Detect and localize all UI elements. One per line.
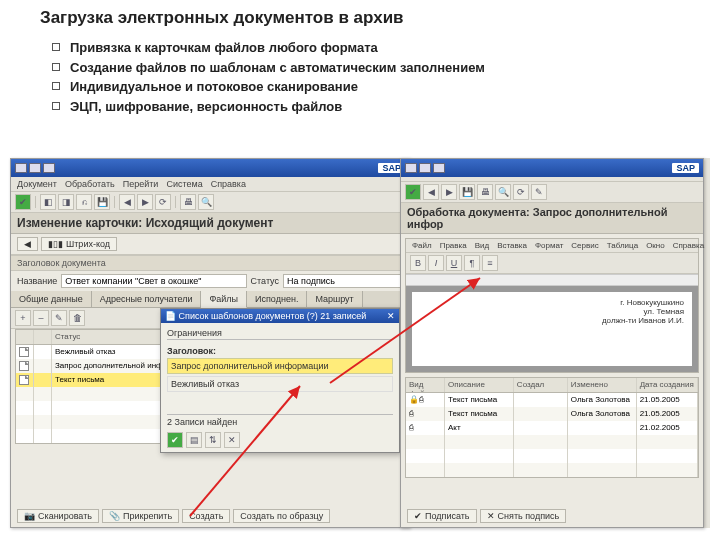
tool-icon[interactable]: ▶ <box>137 194 153 210</box>
sign-button[interactable]: ✔ Подписать <box>407 509 477 523</box>
ruler <box>406 274 698 286</box>
name-label: Название <box>17 276 57 286</box>
tool-icon[interactable]: ◀ <box>119 194 135 210</box>
grid-tool-icon[interactable]: + <box>15 310 31 326</box>
grid-tool-icon[interactable]: 🗑 <box>69 310 85 326</box>
tool-icon[interactable]: ✎ <box>531 184 547 200</box>
popup-row[interactable]: Вежливый отказ <box>167 376 393 392</box>
editor-menubar[interactable]: ФайлПравка ВидВставка ФорматСервис Табли… <box>406 239 698 253</box>
ed-tool-icon[interactable]: U <box>446 255 462 271</box>
tab-files[interactable]: Файлы <box>201 291 247 308</box>
ed-tool-icon[interactable]: ≡ <box>482 255 498 271</box>
menu-item[interactable]: Справка <box>211 179 246 189</box>
scan-button[interactable]: 📷 Сканировать <box>17 509 99 523</box>
table-row[interactable]: 🔒⎙ Текст письма Ольга Золотова 21.05.200… <box>406 393 698 407</box>
tool-icon[interactable]: 🖶 <box>477 184 493 200</box>
grid-tool-icon[interactable]: ✎ <box>51 310 67 326</box>
tool-icon[interactable]: 🔍 <box>198 194 214 210</box>
menu-item[interactable]: Обработать <box>65 179 115 189</box>
tool-green-icon[interactable]: ✔ <box>15 194 31 210</box>
popup-title: 📄 Список шаблонов документов (?) 21 запи… <box>165 311 366 321</box>
tool-icon[interactable]: 🖶 <box>180 194 196 210</box>
workspace: SAP Документ Обработать Перейти Система … <box>10 158 710 528</box>
ed-tool-icon[interactable]: ¶ <box>464 255 480 271</box>
tool-icon[interactable]: 🔍 <box>495 184 511 200</box>
ok-icon[interactable]: ✔ <box>167 432 183 448</box>
sap-logo-icon: SAP <box>672 163 699 173</box>
filter-icon[interactable]: ▤ <box>186 432 202 448</box>
tool-icon[interactable]: ⟳ <box>155 194 171 210</box>
bullet: ЭЦП, шифрование, версионность файлов <box>70 99 342 114</box>
tabs: Общие данные Адресные получатели Файлы И… <box>11 291 409 308</box>
window-controls[interactable] <box>405 163 445 173</box>
table-row[interactable]: ⎙ Текст письма Ольга Золотова 21.05.2005 <box>406 407 698 421</box>
tool-icon[interactable]: ▶ <box>441 184 457 200</box>
create-by-template-button[interactable]: Создать по образцу <box>233 509 330 523</box>
unsign-button[interactable]: ✕ Снять подпись <box>480 509 567 523</box>
menu-item[interactable]: Документ <box>17 179 57 189</box>
tool-icon[interactable]: 💾 <box>459 184 475 200</box>
tab-exec[interactable]: Исподнен. <box>247 291 307 307</box>
cancel-icon[interactable]: ✕ <box>224 432 240 448</box>
ed-tool-icon[interactable]: I <box>428 255 444 271</box>
name-input[interactable] <box>61 274 246 288</box>
versions-grid[interactable]: Вид файла Описание Создал Изменено Дата … <box>405 377 699 478</box>
status-input[interactable] <box>283 274 403 288</box>
tool-icon[interactable]: ◨ <box>58 194 74 210</box>
bullet: Создание файлов по шаблонам с автоматиче… <box>70 60 485 75</box>
group-header: Заголовок документа <box>11 255 409 271</box>
tool-icon[interactable]: 💾 <box>94 194 110 210</box>
barcode-button[interactable]: ▮▯▮ Штрих-код <box>41 237 117 251</box>
toolbar: ✔ ◧ ◨ ⎌ 💾 ◀ ▶ ⟳ 🖶 🔍 <box>11 192 409 213</box>
status-label: Статус <box>251 276 279 286</box>
bullet: Индивидуальное и потоковое сканирование <box>70 79 358 94</box>
doc-icon <box>19 347 29 357</box>
tool-green-icon[interactable]: ✔ <box>405 184 421 200</box>
tab-general[interactable]: Общие данные <box>11 291 92 307</box>
popup-records: 2 Записи найден <box>167 414 393 429</box>
popup-sub: Ограничения <box>167 327 393 340</box>
popup-row[interactable]: Запрос дополнительной информации <box>167 358 393 374</box>
window-controls[interactable] <box>15 163 55 173</box>
template-popup: 📄 Список шаблонов документов (?) 21 запи… <box>160 308 400 453</box>
tab-route[interactable]: Маршрут <box>307 291 362 307</box>
menu-item[interactable]: Система <box>166 179 202 189</box>
section-title: Изменение карточки: Исходящий документ <box>11 213 409 234</box>
popup-heading: Заголовок: <box>167 346 393 356</box>
table-row[interactable]: ⎙ Акт 21.02.2005 <box>406 421 698 435</box>
window-doc-process: SAP ✔ ◀ ▶ 💾 🖶 🔍 ⟳ ✎ Обработка документа:… <box>400 158 704 528</box>
menubar[interactable]: Документ Обработать Перейти Система Спра… <box>11 177 409 192</box>
grid-tool-icon[interactable]: – <box>33 310 49 326</box>
tool-icon[interactable]: ◀ <box>423 184 439 200</box>
tab-recipients[interactable]: Адресные получатели <box>92 291 202 307</box>
sort-icon[interactable]: ⇅ <box>205 432 221 448</box>
menu-item[interactable]: Перейти <box>123 179 159 189</box>
barcode-icon: ▮▯▮ <box>48 239 63 249</box>
create-button[interactable]: Создать <box>182 509 230 523</box>
editor-page[interactable]: г. Новокукушкино ул. Темная должн-ти Ива… <box>412 292 692 366</box>
doc-icon <box>19 361 29 371</box>
section-title: Обработка документа: Запрос дополнительн… <box>401 203 703 234</box>
doc-icon <box>19 375 29 385</box>
close-icon[interactable]: ✕ <box>387 311 395 321</box>
slide-title: Загрузка электронных документов в архив <box>0 0 720 34</box>
tool-icon[interactable]: ◧ <box>40 194 56 210</box>
attach-button[interactable]: 📎 Прикрепить <box>102 509 179 523</box>
tool-icon[interactable]: ⎌ <box>76 194 92 210</box>
bullet-list: Привязка к карточкам файлов любого форма… <box>0 34 720 124</box>
ed-tool-icon[interactable]: B <box>410 255 426 271</box>
bullet: Привязка к карточкам файлов любого форма… <box>70 40 378 55</box>
back-button[interactable]: ◀ <box>17 237 38 251</box>
tool-icon[interactable]: ⟳ <box>513 184 529 200</box>
